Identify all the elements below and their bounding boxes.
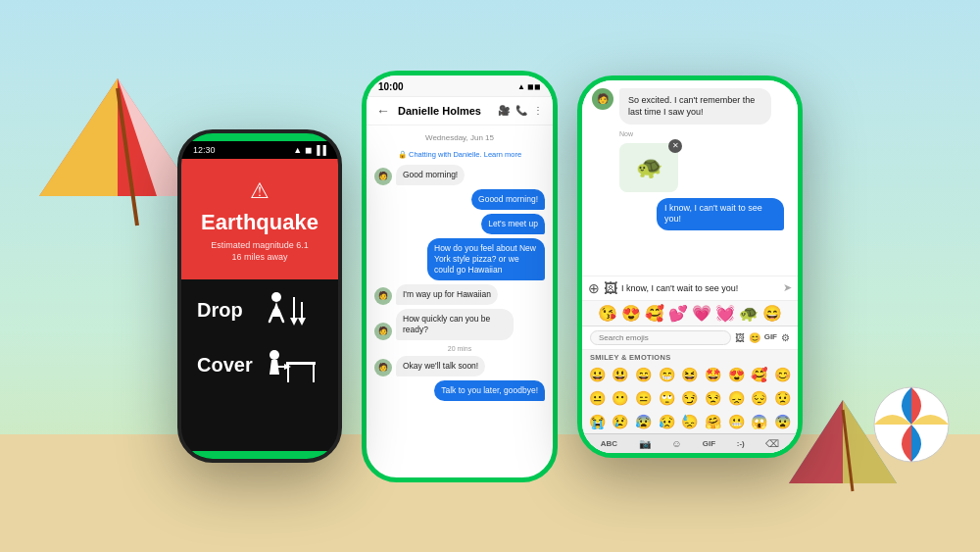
emoji-cell[interactable]: 😁 xyxy=(656,365,678,384)
svg-marker-13 xyxy=(290,318,298,326)
phone-emoji: 🧑 So excited. I can't remember the last … xyxy=(577,75,803,458)
earthquake-subtitle-1: Estimated magnitude 6.1 xyxy=(197,239,322,252)
phone-messages: 10:00 ▲ ◼◼ ← Danielle Holmes 🎥 📞 ⋮ Wedne… xyxy=(362,71,558,482)
chat-notice: 🔒 Chatting with Danielle. Learn more xyxy=(374,150,545,159)
emoji-grid-row1: 😀 😃 😄 😁 😆 🤩 😍 🥰 😊 xyxy=(582,363,798,386)
image-attachment: 🐢 ✕ xyxy=(619,143,678,192)
status-icons-left: ▲ ◼ ▐▐ xyxy=(293,145,326,155)
reaction-emoji-6[interactable]: 💓 xyxy=(715,304,735,323)
time-left: 12:30 xyxy=(193,145,216,155)
mid-time: 10:00 xyxy=(378,81,404,92)
date-label: Wednesday, Jun 15 xyxy=(374,133,545,142)
earthquake-instructions: Drop Cover xyxy=(181,279,338,413)
drop-label: Drop xyxy=(197,299,243,322)
green-top-bar xyxy=(181,133,338,141)
emoji-search-input[interactable] xyxy=(590,330,731,345)
reaction-emoji-3[interactable]: 🥰 xyxy=(645,304,664,323)
emoji-cell[interactable]: 😄 xyxy=(632,365,655,384)
emoji-cell[interactable]: 😆 xyxy=(679,365,702,384)
now-label: Now xyxy=(619,130,788,137)
emoji-cell[interactable]: 😰 xyxy=(632,412,655,431)
emoji-cell[interactable]: 😟 xyxy=(771,388,794,408)
emoji-cell[interactable]: 😓 xyxy=(679,412,702,431)
more-options-icon[interactable]: ⋮ xyxy=(533,105,543,116)
emoji-cell[interactable]: 🥰 xyxy=(749,365,771,384)
learn-more-link[interactable]: Learn more xyxy=(484,150,521,159)
emoji-cell[interactable]: 😶 xyxy=(610,388,632,408)
bubble-4: How do you feel about New York style piz… xyxy=(427,238,545,280)
emoji-cell[interactable]: 😐 xyxy=(586,388,609,408)
emoji-tab-icon[interactable]: 😊 xyxy=(749,332,760,343)
sent-bubble-right: I know, I can't wait to see you! xyxy=(657,198,784,230)
message-input[interactable] xyxy=(621,283,779,293)
header-action-icons: 🎥 📞 ⋮ xyxy=(498,105,543,116)
reaction-emoji-2[interactable]: 😍 xyxy=(621,304,641,323)
cover-icon-area xyxy=(264,346,322,385)
emoji-cell[interactable]: 😏 xyxy=(679,388,702,408)
emoji-cell[interactable]: 😀 xyxy=(586,365,609,384)
msg-sent-2: Let's meet up xyxy=(374,214,545,234)
close-attachment-button[interactable]: ✕ xyxy=(668,139,682,153)
emoji-cell[interactable]: 😥 xyxy=(656,412,678,431)
emoji-cell[interactable]: 😒 xyxy=(702,388,724,408)
earthquake-subtitle-2: 16 miles away xyxy=(197,251,322,264)
send-button[interactable]: ➤ xyxy=(783,281,792,294)
msg-time-label: 20 mins xyxy=(374,345,545,352)
reaction-emoji-7[interactable]: 🐢 xyxy=(739,304,759,323)
emoji-add-icon[interactable]: ⊕ xyxy=(588,280,600,296)
chat-top-area: 🧑 So excited. I can't remember the last … xyxy=(582,80,798,276)
svg-point-16 xyxy=(270,350,279,360)
msg-sent-3: How do you feel about New York style piz… xyxy=(374,238,545,280)
backspace-icon[interactable]: ⌫ xyxy=(765,438,779,449)
phone-call-icon[interactable]: 📞 xyxy=(515,105,527,116)
emoji-cell[interactable]: 😔 xyxy=(749,388,771,408)
received-bubble-right: So excited. I can't remember the last ti… xyxy=(619,88,771,125)
mid-header: ← Danielle Holmes 🎥 📞 ⋮ xyxy=(367,97,553,125)
gif-tab-icon[interactable]: GIF xyxy=(764,332,777,343)
svg-point-11 xyxy=(271,292,281,302)
settings-icon[interactable]: ⚙ xyxy=(781,332,790,343)
emoji-cell[interactable]: 😨 xyxy=(771,412,794,431)
mid-status-icons: ▲ ◼◼ xyxy=(517,82,541,91)
earthquake-alert-header: ⚠ Earthquake Estimated magnitude 6.1 16 … xyxy=(181,159,338,279)
emoji-cell[interactable]: 😢 xyxy=(610,412,632,431)
signal-icon: ◼◼ xyxy=(527,82,541,91)
stickers-tab-icon[interactable]: 🖼 xyxy=(735,332,745,343)
back-button[interactable]: ← xyxy=(376,103,390,119)
avatar-danielle-3: 🧑 xyxy=(374,323,392,340)
avatar-danielle-4: 🧑 xyxy=(374,359,392,376)
emoji-cell[interactable]: 🤗 xyxy=(702,412,724,431)
gif-button[interactable]: GIF xyxy=(703,439,715,448)
reaction-emoji-5[interactable]: 💗 xyxy=(692,304,711,323)
earthquake-title: Earthquake xyxy=(197,210,322,235)
emoticon-button[interactable]: :-) xyxy=(737,439,745,448)
reaction-emoji-8[interactable]: 😄 xyxy=(762,304,782,323)
cover-instruction: Cover xyxy=(197,346,322,385)
emoji-cell[interactable]: 🙄 xyxy=(656,388,678,408)
emoji-cell[interactable]: 😭 xyxy=(586,412,609,431)
reaction-emoji-4[interactable]: 💕 xyxy=(668,304,688,323)
emoji-category-label: SMILEY & EMOTIONS xyxy=(582,350,798,363)
msg-received-3: 🧑 How quickly can you be ready? xyxy=(374,309,545,340)
emoji-cell[interactable]: 😞 xyxy=(725,388,748,408)
emoji-cell[interactable]: 😃 xyxy=(610,365,632,384)
emoji-cell[interactable]: 😍 xyxy=(725,365,748,384)
bubble-6: How quickly can you be ready? xyxy=(396,309,514,340)
drop-instruction: Drop xyxy=(197,291,322,330)
video-call-icon[interactable]: 🎥 xyxy=(498,105,510,116)
avatar-danielle-2: 🧑 xyxy=(374,287,392,305)
bubble-1: Good morning! xyxy=(396,165,465,185)
emoji-icon[interactable]: ☺ xyxy=(671,438,681,449)
emoji-cell[interactable]: 😊 xyxy=(771,365,794,384)
emoji-cell[interactable]: 🤩 xyxy=(702,365,724,384)
sticker-icon[interactable]: 🖼 xyxy=(604,280,617,296)
emoji-cell[interactable]: 😑 xyxy=(632,388,655,408)
avatar-right: 🧑 xyxy=(592,88,613,110)
bubble-7: Okay we'll talk soon! xyxy=(396,356,485,376)
emoji-cell[interactable]: 😱 xyxy=(749,412,771,431)
emoji-cell[interactable]: 😬 xyxy=(725,412,748,431)
camera-icon[interactable]: 📷 xyxy=(639,438,651,449)
reaction-emoji-1[interactable]: 😘 xyxy=(598,304,617,323)
abc-button[interactable]: ABC xyxy=(601,439,617,448)
emoji-search-icons: 🖼 😊 GIF ⚙ xyxy=(735,332,790,343)
